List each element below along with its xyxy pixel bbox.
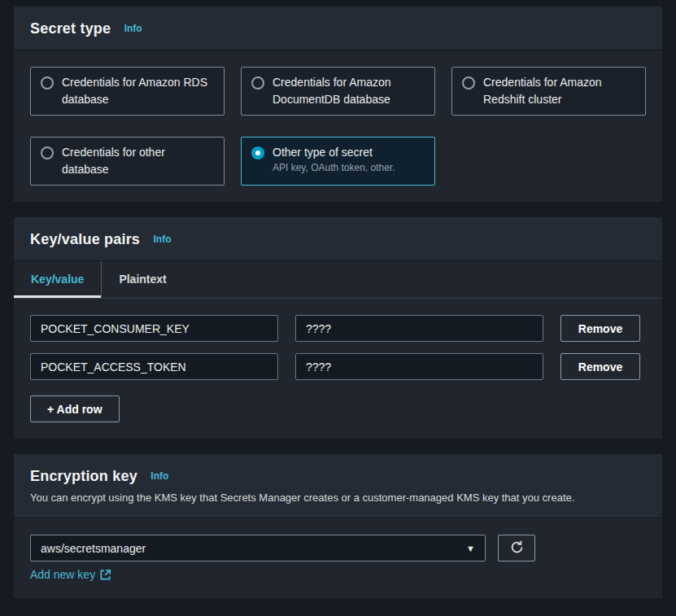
tab-strip: Key/value Plaintext — [14, 261, 662, 299]
kms-key-select[interactable]: aws/secretsmanager ▼ — [30, 535, 486, 561]
add-row-button[interactable]: + Add row — [30, 395, 120, 422]
option-description: API key, OAuth token, other. — [273, 161, 395, 175]
kv-row: Remove — [30, 353, 646, 380]
secret-type-section: Secret type Info Credentials for Amazon … — [14, 7, 662, 202]
secret-type-options: Credentials for Amazon RDS database Cred… — [14, 50, 662, 202]
encryption-key-info-link[interactable]: Info — [150, 470, 168, 482]
radio-icon[interactable] — [41, 146, 54, 159]
value-input[interactable] — [295, 315, 543, 342]
kv-row: Remove — [30, 315, 646, 342]
remove-button[interactable]: Remove — [560, 315, 640, 342]
option-redshift[interactable]: Credentials for Amazon Redshift cluster — [451, 67, 646, 116]
key-input[interactable] — [30, 353, 278, 380]
option-documentdb[interactable]: Credentials for Amazon DocumentDB databa… — [241, 67, 435, 116]
encryption-key-controls: aws/secretsmanager ▼ Add new key — [14, 518, 662, 598]
radio-icon[interactable] — [462, 76, 475, 90]
option-label: Credentials for Amazon DocumentDB databa… — [273, 74, 425, 108]
key-value-pairs-header: Key/value pairs Info — [14, 217, 662, 261]
option-rds[interactable]: Credentials for Amazon RDS database — [30, 67, 225, 116]
value-input[interactable] — [295, 353, 543, 380]
radio-icon[interactable] — [251, 76, 264, 90]
secret-type-header: Secret type Info — [14, 7, 662, 50]
option-label: Credentials for Amazon RDS database — [62, 74, 214, 108]
option-label: Other type of secret — [273, 144, 395, 161]
key-value-pairs-title: Key/value pairs — [30, 231, 140, 247]
option-label: Credentials for Amazon Redshift cluster — [483, 74, 635, 108]
add-new-key-link[interactable]: Add new key — [30, 568, 111, 581]
key-value-pairs-info-link[interactable]: Info — [154, 234, 172, 245]
radio-icon[interactable] — [41, 76, 54, 90]
tab-plaintext[interactable]: Plaintext — [101, 261, 183, 298]
external-link-icon — [99, 569, 111, 581]
encryption-key-section: Encryption key Info You can encrypt usin… — [14, 454, 662, 598]
chevron-down-icon: ▼ — [466, 544, 475, 553]
encryption-key-description: You can encrypt using the KMS key that S… — [30, 491, 646, 505]
key-value-pairs-section: Key/value pairs Info Key/value Plaintext… — [14, 217, 662, 439]
refresh-icon — [510, 540, 524, 557]
radio-selected-icon[interactable] — [251, 146, 264, 159]
add-new-key-label: Add new key — [30, 568, 95, 581]
key-value-editor: Remove Remove + Add row — [14, 299, 662, 439]
secret-type-info-link[interactable]: Info — [124, 23, 142, 34]
secret-type-title: Secret type — [30, 20, 111, 37]
kms-key-selected-value: aws/secretsmanager — [41, 542, 146, 555]
remove-button[interactable]: Remove — [560, 353, 640, 380]
option-other-secret[interactable]: Other type of secret API key, OAuth toke… — [241, 137, 435, 186]
option-label: Credentials for other database — [62, 144, 214, 178]
encryption-key-header: Encryption key Info You can encrypt usin… — [14, 454, 662, 518]
tab-key-value[interactable]: Key/value — [14, 261, 101, 298]
refresh-button[interactable] — [498, 535, 535, 561]
key-input[interactable] — [30, 315, 278, 342]
option-other-database[interactable]: Credentials for other database — [30, 137, 225, 186]
encryption-key-title: Encryption key — [30, 468, 137, 484]
